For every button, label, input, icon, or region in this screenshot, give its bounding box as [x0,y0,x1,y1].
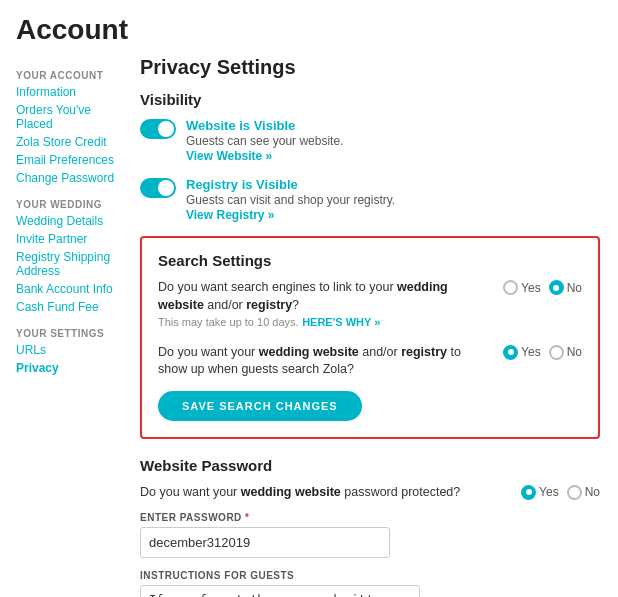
q1-yes-label: Yes [521,281,541,295]
sidebar-item-invite-partner[interactable]: Invite Partner [16,232,120,246]
website-password-section: Website Password Do you want your weddin… [140,457,600,598]
password-field-label: ENTER PASSWORD * [140,512,390,523]
password-yes-radio[interactable] [521,485,536,500]
sidebar-item-registry-shipping[interactable]: Registry Shipping Address [16,250,120,278]
q1-bold2: registry [246,298,292,312]
q2-yes-radio[interactable] [503,345,518,360]
save-search-changes-button[interactable]: SAVE SEARCH CHANGES [158,391,362,421]
registry-visibility-toggle[interactable] [140,178,176,198]
sidebar-item-information[interactable]: Information [16,85,120,99]
q2-bold2: registry [401,345,447,359]
instructions-field-label: INSTRUCTIONS FOR GUESTS [140,570,420,581]
main-content: Privacy Settings Visibility Website is V… [130,56,618,597]
search-settings-title: Search Settings [158,252,582,269]
q2-no-option[interactable]: No [549,345,582,360]
sidebar-item-email-prefs[interactable]: Email Preferences [16,153,120,167]
search-settings-box: Search Settings Do you want search engin… [140,236,600,439]
view-registry-link[interactable]: View Registry » [186,208,275,222]
website-visibility-info: Website is Visible Guests can see your w… [186,118,343,163]
sidebar-item-wedding-details[interactable]: Wedding Details [16,214,120,228]
q1-hint-link[interactable]: HERE'S WHY » [302,316,380,328]
q2-no-radio[interactable] [549,345,564,360]
website-visibility-row: Website is Visible Guests can see your w… [140,118,600,163]
instructions-textarea[interactable]: If you forget the password, it's on the … [140,585,420,598]
sidebar-item-privacy[interactable]: Privacy [16,361,120,375]
website-visibility-toggle[interactable] [140,119,176,139]
website-visible-label: Website is Visible [186,118,295,133]
password-yes-option[interactable]: Yes [521,485,559,500]
search-engines-row: Do you want search engines to link to yo… [158,279,582,332]
password-protected-question: Do you want your wedding website passwor… [140,485,511,499]
q1-no-option[interactable]: No [549,280,582,295]
q2-radio-options: Yes No [503,345,582,360]
registry-visible-desc: Guests can visit and shop your registry. [186,193,395,207]
q1-no-radio[interactable] [549,280,564,295]
password-no-label: No [585,485,600,499]
password-field-group: ENTER PASSWORD * [140,512,390,558]
registry-visibility-info: Registry is Visible Guests can visit and… [186,177,395,222]
sidebar-item-bank-account[interactable]: Bank Account Info [16,282,120,296]
q1-radio-options: Yes No [503,280,582,295]
password-no-radio[interactable] [567,485,582,500]
password-required-marker: * [245,512,249,523]
password-no-option[interactable]: No [567,485,600,500]
sidebar-section-account: YOUR ACCOUNT [16,70,120,81]
sidebar-item-store-credit[interactable]: Zola Store Credit [16,135,120,149]
sidebar-item-cash-fund[interactable]: Cash Fund Fee [16,300,120,314]
website-visible-desc: Guests can see your website. [186,134,343,148]
instructions-field-group: INSTRUCTIONS FOR GUESTS If you forget th… [140,570,420,598]
sidebar-item-change-password[interactable]: Change Password [16,171,120,185]
visibility-title: Visibility [140,91,600,108]
privacy-settings-title: Privacy Settings [140,56,600,79]
search-engines-question: Do you want search engines to link to yo… [158,279,493,332]
zola-search-question: Do you want your wedding website and/or … [158,344,493,379]
q1-no-label: No [567,281,582,295]
password-yes-label: Yes [539,485,559,499]
password-radio-options: Yes No [521,485,600,500]
sidebar-item-urls[interactable]: URLs [16,343,120,357]
q1-hint: This may take up to 10 days. [158,316,299,328]
password-q-bold: wedding website [241,485,341,499]
page-title: Account [0,0,618,56]
q2-yes-label: Yes [521,345,541,359]
q2-yes-option[interactable]: Yes [503,345,541,360]
password-input[interactable] [140,527,390,558]
q2-bold1: wedding website [259,345,359,359]
sidebar: YOUR ACCOUNT Information Orders You've P… [0,56,130,597]
registry-visibility-row: Registry is Visible Guests can visit and… [140,177,600,222]
view-website-link[interactable]: View Website » [186,149,272,163]
q2-no-label: No [567,345,582,359]
q1-yes-option[interactable]: Yes [503,280,541,295]
sidebar-section-wedding: YOUR WEDDING [16,199,120,210]
q1-yes-radio[interactable] [503,280,518,295]
sidebar-item-orders[interactable]: Orders You've Placed [16,103,120,131]
password-protected-row: Do you want your wedding website passwor… [140,484,600,500]
sidebar-section-settings: YOUR SETTINGS [16,328,120,339]
website-password-title: Website Password [140,457,600,474]
zola-search-row: Do you want your wedding website and/or … [158,344,582,379]
registry-visible-label: Registry is Visible [186,177,298,192]
